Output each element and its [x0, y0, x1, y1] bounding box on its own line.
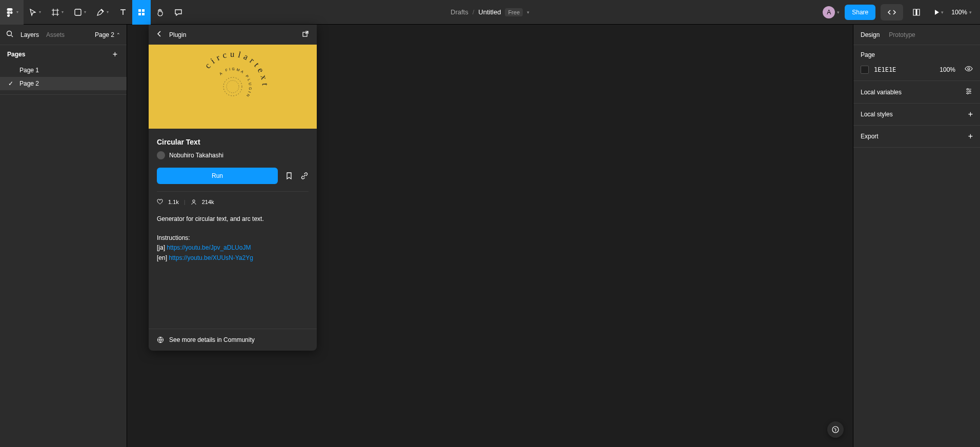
code-icon — [887, 9, 897, 16]
en-link[interactable]: https://youtu.be/XUUsN-Ya2Yg — [169, 254, 253, 261]
hand-icon — [156, 8, 164, 16]
page-selector[interactable]: Page 2 ⌃ — [95, 31, 120, 38]
plugin-hero-image: circulartext A FIGMA PLUGIN — [149, 45, 317, 129]
breadcrumb-separator: / — [473, 8, 475, 16]
globe-icon — [157, 336, 164, 343]
add-style-button[interactable]: + — [968, 110, 973, 119]
frame-icon — [51, 8, 59, 16]
hex-input[interactable]: 1E1E1E — [874, 66, 896, 73]
resources-tool-button[interactable] — [132, 0, 151, 25]
svg-point-11 — [192, 200, 194, 202]
shape-tool-button[interactable]: ▾ — [69, 0, 91, 25]
svg-point-5 — [7, 31, 12, 36]
visibility-toggle[interactable] — [965, 65, 973, 74]
chevron-down-icon[interactable]: ▾ — [837, 10, 840, 15]
page-item[interactable]: ✓ Page 2 — [0, 77, 127, 90]
pen-icon — [96, 8, 105, 16]
pages-title: Pages — [7, 51, 25, 58]
tab-design[interactable]: Design — [861, 31, 880, 38]
divider — [157, 191, 309, 192]
stats-row: 1.1k | 214k — [157, 199, 309, 205]
community-link[interactable]: See more details in Community — [157, 336, 309, 343]
ja-link[interactable]: https://youtu.be/Jpv_aDLUoJM — [167, 244, 251, 251]
svg-rect-1 — [138, 9, 141, 12]
variables-settings-button[interactable] — [965, 87, 973, 97]
en-prefix: [en] — [157, 254, 169, 261]
page-background-row: 1E1E1E 100% — [861, 65, 973, 74]
stats-separator: | — [184, 199, 186, 205]
library-button[interactable] — [908, 4, 925, 21]
save-plugin-button[interactable] — [285, 172, 293, 180]
comment-icon — [174, 8, 182, 16]
svg-text:A FIGMA PLUGIN: A FIGMA PLUGIN — [219, 67, 253, 99]
main-menu-button[interactable]: ▾ — [0, 0, 24, 25]
description-text: Generator for circular text, and arc tex… — [157, 214, 309, 224]
chevron-down-icon: ▾ — [39, 10, 41, 14]
move-tool-button[interactable]: ▾ — [24, 0, 46, 25]
present-button[interactable]: ▾ — [930, 4, 946, 21]
instructions-label: Instructions: — [157, 234, 190, 241]
drafts-link[interactable]: Drafts — [451, 8, 468, 16]
frame-tool-button[interactable]: ▾ — [46, 0, 69, 25]
rectangle-icon — [74, 8, 82, 16]
add-page-button[interactable]: + — [111, 49, 119, 60]
plugin-panel-title: Plugin — [169, 31, 186, 38]
author-row[interactable]: Nobuhiro Takahashi — [157, 151, 309, 159]
link-icon — [300, 172, 309, 180]
avatar[interactable]: A — [823, 6, 835, 18]
chevron-left-icon — [156, 30, 163, 37]
back-button[interactable] — [156, 30, 163, 39]
svg-point-14 — [968, 68, 970, 70]
play-icon — [933, 9, 940, 16]
plugin-footer: See more details in Community — [149, 329, 317, 351]
text-tool-button[interactable] — [114, 0, 132, 25]
toolbar-right: A ▾ Share ▾ 100% ▾ — [823, 0, 980, 24]
svg-point-9 — [223, 77, 242, 96]
run-row: Run — [157, 168, 309, 184]
plan-badge: Free — [505, 8, 523, 16]
tab-prototype[interactable]: Prototype — [889, 31, 915, 38]
local-styles-section: Local styles + — [853, 104, 980, 126]
comment-tool-button[interactable] — [169, 0, 188, 25]
right-panel-tabs: Design Prototype — [853, 25, 980, 45]
share-button[interactable]: Share — [845, 5, 875, 20]
color-swatch[interactable] — [861, 66, 869, 74]
copy-link-button[interactable] — [300, 172, 309, 180]
chevron-up-icon: ⌃ — [116, 32, 120, 37]
chevron-down-icon: ▾ — [62, 10, 64, 14]
chevron-down-icon: ▾ — [84, 10, 86, 14]
pen-tool-button[interactable]: ▾ — [91, 0, 114, 25]
pages-list: Page 1 ✓ Page 2 — [0, 64, 127, 90]
chevron-down-icon[interactable]: ▾ — [527, 10, 529, 15]
popout-icon — [301, 30, 310, 38]
zoom-control[interactable]: 100% ▾ — [951, 9, 972, 16]
tab-assets[interactable]: Assets — [46, 31, 65, 38]
chevron-down-icon: ▾ — [969, 10, 972, 15]
file-name[interactable]: Untitled — [478, 8, 501, 16]
page-section-title: Page — [861, 51, 973, 58]
book-icon — [912, 8, 921, 17]
author-name: Nobuhiro Takahashi — [169, 152, 223, 159]
page-item-label: Page 1 — [19, 67, 39, 74]
search-button[interactable] — [6, 30, 13, 39]
opacity-input[interactable]: 100% — [940, 66, 955, 73]
svg-point-16 — [969, 91, 971, 92]
add-export-button[interactable]: + — [968, 132, 973, 141]
page-item[interactable]: Page 1 — [0, 64, 127, 77]
hand-tool-button[interactable] — [151, 0, 169, 25]
ja-prefix: [ja] — [157, 244, 167, 251]
local-variables-section: Local variables — [853, 81, 980, 104]
canvas[interactable]: Plugin circulartext A FIGMA PLUGIN — [127, 25, 853, 447]
toolbar-left: ▾ ▾ ▾ ▾ ▾ — [0, 0, 188, 24]
chevron-down-icon: ▾ — [941, 10, 944, 15]
popout-button[interactable] — [301, 30, 310, 39]
tab-layers[interactable]: Layers — [21, 31, 39, 38]
left-panel-tabs: Layers Assets Page 2 ⌃ — [0, 25, 127, 45]
run-button[interactable]: Run — [157, 168, 278, 184]
svg-point-15 — [967, 89, 969, 90]
left-panel: Layers Assets Page 2 ⌃ Pages + Page 1 ✓ … — [0, 25, 127, 447]
export-section: Export + — [853, 126, 980, 148]
help-button[interactable] — [827, 421, 844, 438]
dev-mode-toggle[interactable] — [881, 4, 903, 21]
local-styles-title: Local styles — [861, 111, 893, 118]
